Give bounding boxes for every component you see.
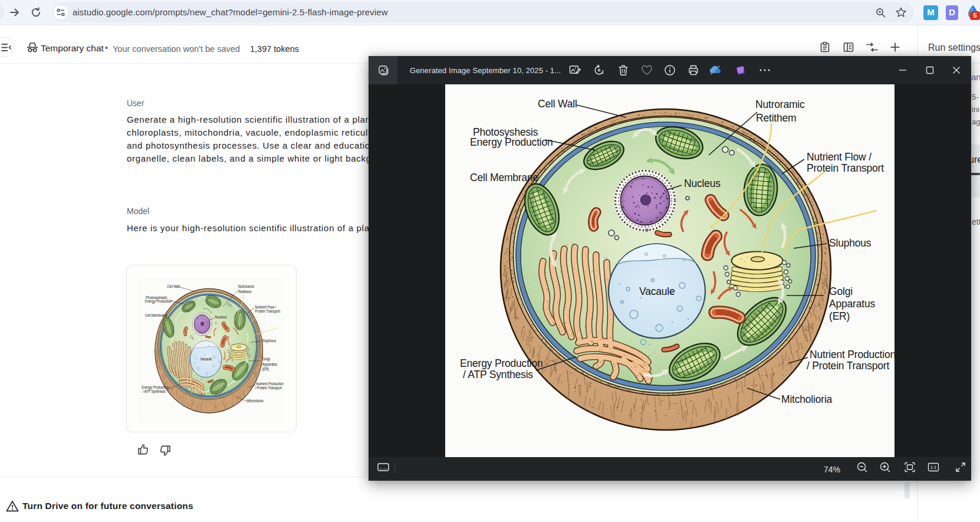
- svg-text:1:1: 1:1: [930, 465, 936, 470]
